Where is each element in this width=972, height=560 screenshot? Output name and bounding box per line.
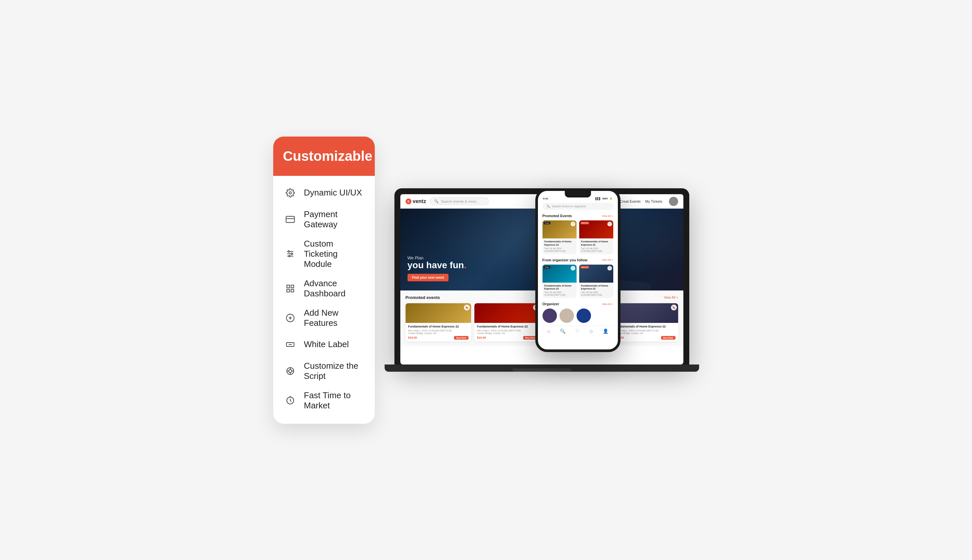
phone-following-title: From organizer you follow: [542, 258, 588, 262]
card-4-date: Mon | May 1, 2023 | 10:30 AM (GMT+5:30): [615, 330, 675, 332]
phone-organizer-view-all[interactable]: View All »: [602, 303, 613, 305]
phone-follow-card-2-body: Fundamentals of Home Espresso 22 Tue | 2…: [579, 283, 613, 298]
heart-icon-4[interactable]: ♡: [607, 266, 612, 270]
heart-icon-3[interactable]: ♡: [571, 266, 575, 270]
phone-promo-card-1: Free ♡ Fundamentals of Home Espresso 22 …: [542, 220, 577, 254]
card-4-footer: $10.00 Buy Now: [615, 336, 675, 340]
phone-search-bar[interactable]: 🔍 Search Event or organizer: [542, 203, 613, 210]
phone-follow-card-1: Free ♡ Fundamentals of Home Espresso 22 …: [542, 265, 577, 298]
phone-time: 9:41: [543, 197, 549, 200]
eventz-logo-icon: e: [405, 198, 412, 204]
feature-item-white-label[interactable]: White Label: [283, 337, 365, 352]
phone-promoted-view-all[interactable]: View All »: [602, 215, 613, 217]
scene: Customizable Dynamic UI/UX Payment Gatew…: [0, 0, 972, 560]
card-4-body: Fundamentals of Home Espresso 22 Mon | M…: [612, 323, 678, 342]
phone-promoted-title: Promoted Events: [542, 214, 572, 218]
phone-follow-card-2-badge: $12.24: [580, 266, 589, 268]
feature-item-payment[interactable]: Payment Gateway: [283, 209, 365, 230]
svg-point-0: [289, 192, 291, 194]
nav-search-icon[interactable]: 🔍: [560, 328, 565, 334]
svg-rect-10: [291, 285, 293, 288]
phone-promo-card-1-time: 10:30 AM (GMT+5:30): [545, 250, 575, 252]
search-icon: 🔍: [434, 199, 438, 203]
search-placeholder-text: Search events & more...: [441, 200, 479, 203]
credit-card-icon: [283, 212, 297, 227]
bookmark-icon-1[interactable]: 🔖: [464, 305, 470, 310]
organizer-avatar-1[interactable]: [542, 308, 557, 323]
feature-item-ticketing[interactable]: Custom Ticketing Module: [283, 239, 365, 269]
phone-promo-card-2-time: 10:30 AM (GMT+5:30): [581, 250, 611, 252]
phone-following-view-all[interactable]: View All »: [602, 258, 613, 261]
phone-promo-card-1-img-wrap: Free ♡: [542, 220, 577, 238]
heart-icon-2[interactable]: ♡: [607, 222, 612, 226]
feature-item-dynamic-ui[interactable]: Dynamic UI/UX: [283, 186, 365, 200]
feature-label-dashboard: Advance Dashboard: [304, 278, 365, 299]
eventz-logo-text: ventz: [413, 198, 426, 204]
hero-cta-button[interactable]: Find your next event: [408, 274, 449, 281]
promoted-view-all[interactable]: View All »: [664, 296, 678, 299]
signal-icon: ▌▌▌: [595, 197, 601, 200]
nav-home-icon[interactable]: ⌂: [547, 328, 550, 334]
nav-create-events[interactable]: Creat Events: [620, 200, 641, 203]
phone-follow-card-1-name: Fundamentals of Home Espresso 22: [545, 284, 575, 291]
dashboard-icon: [283, 281, 297, 296]
nav-profile-icon[interactable]: 👤: [603, 328, 609, 334]
hero-title: you have fun.: [408, 260, 467, 270]
phone-follow-card-2-date: Tue | 24 Jan 2024: [581, 291, 611, 293]
card-4-buy-button[interactable]: Buy Now: [661, 336, 675, 340]
feature-label-payment: Payment Gateway: [304, 209, 365, 230]
white-label-icon: [283, 337, 297, 352]
card-1-name: Fundamentals of Home Espresso 22: [408, 325, 469, 329]
phone-organizer-title: Organizer: [542, 302, 559, 306]
feature-item-add-features[interactable]: Add New Features: [283, 308, 365, 328]
phone-notch: [565, 191, 591, 197]
phone-promo-card-2-name: Fundamentals of Home Espresso 22: [581, 240, 611, 247]
phone-search-icon: 🔍: [547, 205, 550, 208]
laptop-base: [385, 365, 699, 372]
plus-circle-icon: [283, 311, 297, 325]
feature-item-dashboard[interactable]: Advance Dashboard: [283, 278, 365, 299]
svg-point-19: [288, 369, 292, 372]
battery-icon: 🔋: [609, 197, 613, 200]
feature-item-customize-script[interactable]: Customize the Script: [283, 361, 365, 381]
card-1-date: Mon | May 1, 2023 | 10:30 AM (GMT+5:30): [408, 330, 469, 332]
feature-label-ticketing: Custom Ticketing Module: [304, 239, 365, 269]
hero-subtitle: We Plan: [408, 255, 467, 260]
phone-status-icons: ▌▌▌ WiFi 🔋: [595, 197, 613, 200]
phone-promo-card-1-name: Fundamentals of Home Espresso 22: [545, 240, 575, 247]
user-avatar: [669, 197, 678, 206]
gear-icon: [283, 186, 297, 200]
feature-label-fast-time: Fast Time to Market: [304, 390, 365, 411]
card-2-footer: $10.00 Buy Now: [477, 336, 538, 340]
script-icon: [283, 364, 297, 378]
bookmark-icon-4[interactable]: 🔖: [671, 305, 677, 310]
svg-point-7: [291, 253, 293, 255]
hero-content: We Plan you have fun. Find your next eve…: [408, 255, 467, 281]
card-2-date: Mon | May 1, 2023 | 10:30 AM (GMT+5:30): [477, 330, 538, 332]
card-1-location: London Bridge, London, UK: [408, 332, 469, 334]
phone-follow-card-2-img-wrap: $12.24 ♡: [579, 265, 613, 283]
phone-content: 🔍 Search Event or organizer Promoted Eve…: [538, 200, 618, 338]
heart-icon-1[interactable]: ♡: [571, 222, 575, 226]
feature-item-fast-time[interactable]: Fast Time to Market: [283, 390, 365, 411]
event-card-2: 🔖 Fundamentals of Home Espresso 22 Mon |…: [474, 303, 540, 342]
nav-ticket-icon[interactable]: ◇: [589, 328, 593, 334]
organizer-avatar-2[interactable]: [560, 308, 574, 323]
nav-my-tickets[interactable]: My Tickets: [645, 200, 662, 203]
svg-rect-1: [286, 216, 295, 222]
card-1-price: $10.00: [408, 336, 417, 339]
phone-follow-card-1-badge: Free: [544, 266, 550, 268]
card-1-buy-button[interactable]: Buy Now: [454, 336, 468, 340]
card-4-location: London Bridge, London, UK: [615, 332, 675, 334]
phone-promo-card-1-badge: Free: [544, 222, 550, 224]
svg-point-6: [288, 251, 290, 252]
organizer-avatar-3[interactable]: [577, 308, 591, 323]
hero-period: .: [464, 260, 467, 270]
phone-body: 9:41 ▌▌▌ WiFi 🔋 🔍 Search Event or organi…: [535, 188, 620, 352]
feature-card: Customizable Dynamic UI/UX Payment Gatew…: [273, 137, 375, 424]
nav-heart-icon[interactable]: ♡: [575, 328, 580, 334]
eventz-search-bar[interactable]: 🔍 Search events & more...: [430, 197, 489, 205]
phone-promo-card-2-body: Fundamentals of Home Espresso 22 Tue | 2…: [579, 238, 613, 254]
sliders-icon: [283, 247, 297, 261]
event-card-4: 🔖 Fundamentals of Home Espresso 22 Mon |…: [612, 303, 678, 342]
